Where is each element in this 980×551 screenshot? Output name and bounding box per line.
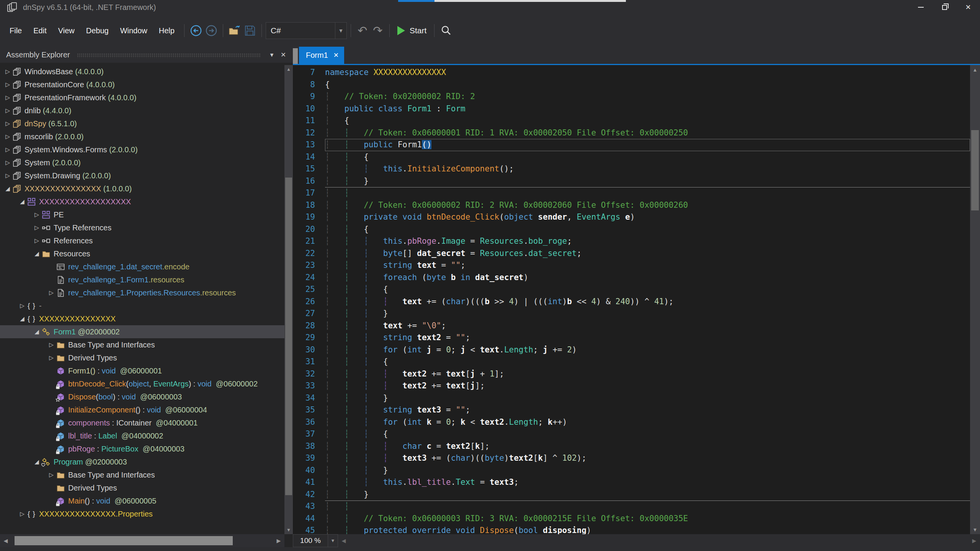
expander-icon[interactable]: ▷ [46, 341, 57, 348]
tree-item[interactable]: ▷rev_challenge_1.Properties.Resources.re… [0, 286, 293, 299]
expander-icon[interactable]: ▷ [46, 289, 57, 296]
zoom-level-selector[interactable]: 100 % [293, 534, 328, 547]
decompiled-code-view[interactable]: 7namespace XXXXXXXXXXXXXXX8{9┆ // Token:… [293, 65, 970, 534]
code-vertical-scrollbar[interactable]: ▲ ▼ [970, 65, 980, 534]
code-line[interactable]: 17┆ ┆ [293, 187, 970, 199]
tree-item[interactable]: ▷dnlib (4.4.0.0) [0, 104, 293, 117]
menu-item-edit[interactable]: Edit [28, 23, 52, 39]
tree-item[interactable]: Form1() : void @06000001 [0, 364, 293, 377]
code-line[interactable]: 9┆ // Token: 0x02000002 RID: 2 [293, 91, 970, 103]
navigate-back-button[interactable] [188, 23, 204, 38]
code-line[interactable]: 7namespace XXXXXXXXXXXXXXX [293, 67, 970, 79]
tree-item[interactable]: lbl_title : Label @04000002 [0, 429, 293, 442]
menu-item-help[interactable]: Help [153, 23, 180, 39]
scroll-down-arrow-icon[interactable]: ▼ [970, 525, 980, 534]
language-selector[interactable]: C# ▼ [266, 22, 347, 39]
tree-item[interactable]: ◢Form1 @02000002 [0, 325, 293, 338]
expander-icon[interactable]: ▷ [2, 133, 13, 140]
chevron-down-icon[interactable]: ▼ [328, 534, 338, 547]
start-debug-button[interactable]: Start [394, 26, 430, 35]
code-line[interactable]: 19┆ ┆ private void btnDecode_Click(objec… [293, 211, 970, 223]
tree-item[interactable]: Derived Types [0, 481, 293, 494]
code-line[interactable]: 25┆ ┆ ┆ { [293, 284, 970, 296]
menu-item-window[interactable]: Window [114, 23, 153, 39]
tree-item[interactable]: ▷{ }XXXXXXXXXXXXXXX.Properties [0, 507, 293, 520]
code-line[interactable]: 14┆ ┆ { [293, 151, 970, 163]
tree-item[interactable]: ▷Base Type and Interfaces [0, 338, 293, 351]
code-line[interactable]: 29┆ ┆ ┆ string text2 = ""; [293, 332, 970, 344]
code-line[interactable]: 16┆ ┆ } [293, 175, 970, 187]
expander-icon[interactable]: ▷ [2, 81, 13, 88]
redo-button[interactable]: ↷ [370, 23, 385, 38]
tree-item[interactable]: ▷System.Windows.Forms (2.0.0.0) [0, 143, 293, 156]
code-line[interactable]: 20┆ ┆ { [293, 223, 970, 236]
code-line[interactable]: 38┆ ┆ ┆ ┆ char c = text2[k]; [293, 440, 970, 453]
scroll-left-arrow-icon[interactable]: ◀ [0, 538, 11, 544]
tree-item[interactable]: ▷Type References [0, 221, 293, 234]
code-line[interactable]: 45┆ ┆ protected override void Dispose(bo… [293, 525, 970, 534]
tree-item[interactable]: Main() : void @06000005 [0, 494, 293, 507]
tree-item[interactable]: ▷System (2.0.0.0) [0, 156, 293, 169]
tree-item[interactable]: components : IContainer @04000001 [0, 416, 293, 429]
expander-icon[interactable]: ▷ [2, 146, 13, 153]
panel-close-button[interactable]: ✕ [278, 51, 289, 59]
scroll-down-arrow-icon[interactable]: ▼ [284, 526, 293, 534]
tree-item[interactable]: ◢{ }XXXXXXXXXXXXXXX [0, 312, 293, 325]
menu-item-view[interactable]: View [52, 23, 80, 39]
expander-icon[interactable]: ◢ [31, 458, 42, 465]
code-line[interactable]: 37┆ ┆ ┆ { [293, 428, 970, 440]
menu-item-file[interactable]: File [4, 23, 28, 39]
code-line[interactable]: 21┆ ┆ ┆ this.pbRoge.Image = Resources.bo… [293, 235, 970, 248]
scrollbar-thumb[interactable] [15, 536, 233, 545]
code-line[interactable]: 33┆ ┆ ┆ ┆ text2 += text[j]; [293, 380, 970, 392]
tree-item[interactable]: ▷References [0, 234, 293, 247]
scrollbar-thumb[interactable] [971, 130, 979, 210]
tree-item[interactable]: btnDecode_Click(object, EventArgs) : voi… [0, 377, 293, 390]
expander-icon[interactable]: ▷ [2, 94, 13, 101]
scrollbar-thumb[interactable] [285, 178, 292, 495]
code-line[interactable]: 8{ [293, 79, 970, 91]
close-button[interactable]: ✕ [956, 0, 980, 15]
code-line[interactable]: 42┆ ┆ } [293, 489, 970, 501]
expander-icon[interactable]: ▷ [2, 159, 13, 166]
tree-item[interactable]: rev_challenge_1.Form1.resources [0, 273, 293, 286]
code-line[interactable]: 27┆ ┆ ┆ } [293, 308, 970, 320]
minimize-button[interactable] [909, 0, 933, 15]
panel-menu-button[interactable]: ▾ [266, 51, 278, 59]
code-line[interactable]: 23┆ ┆ ┆ string text = ""; [293, 259, 970, 272]
expander-icon[interactable]: ◢ [31, 250, 42, 257]
expander-icon[interactable]: ▷ [2, 120, 13, 127]
tree-item[interactable]: ◢Resources [0, 247, 293, 260]
tree-item[interactable]: ▷PresentationCore (4.0.0.0) [0, 78, 293, 91]
scroll-up-arrow-icon[interactable]: ▲ [970, 65, 980, 74]
undo-button[interactable]: ↶ [355, 23, 370, 38]
scroll-right-arrow-icon[interactable]: ▶ [273, 538, 284, 544]
scroll-right-arrow-icon[interactable]: ▶ [969, 538, 980, 544]
expander-icon[interactable]: ▷ [17, 302, 28, 309]
code-line[interactable]: 32┆ ┆ ┆ ┆ text2 += text[j + 1]; [293, 368, 970, 380]
restore-button[interactable] [933, 0, 956, 15]
expander-icon[interactable]: ▷ [31, 237, 42, 244]
tree-item[interactable]: ◢Program @02000003 [0, 455, 293, 468]
expander-icon[interactable]: ▷ [2, 107, 13, 114]
tree-item[interactable]: ▷PE [0, 208, 293, 221]
tree-item[interactable]: pbRoge : PictureBox @04000003 [0, 442, 293, 455]
expander-icon[interactable]: ◢ [17, 315, 28, 322]
code-line[interactable]: 10┆ public class Form1 : Form [293, 103, 970, 115]
code-line[interactable]: 22┆ ┆ ┆ byte[] dat_secret = Resources.da… [293, 248, 970, 260]
code-line[interactable]: 41┆ ┆ ┆ this.lbl_title.Text = text3; [293, 476, 970, 489]
menu-item-debug[interactable]: Debug [80, 23, 114, 39]
code-line[interactable]: 43┆ ┆ [293, 500, 970, 513]
tree-item[interactable]: ▷{ }- [0, 299, 293, 312]
search-button[interactable] [438, 23, 454, 38]
save-button[interactable] [242, 23, 258, 38]
expander-icon[interactable]: ◢ [31, 328, 42, 335]
tab-form1[interactable]: Form1 ✕ [299, 47, 344, 64]
open-file-button[interactable] [227, 23, 242, 38]
expander-icon[interactable]: ▷ [31, 211, 42, 218]
scroll-up-arrow-icon[interactable]: ▲ [284, 65, 293, 73]
tree-horizontal-scrollbar[interactable]: ◀ ▶ [0, 534, 284, 547]
expander-icon[interactable]: ▷ [2, 68, 13, 75]
expander-icon[interactable]: ◢ [2, 185, 13, 192]
code-horizontal-scrollbar[interactable]: ◀ ▶ [338, 534, 980, 547]
